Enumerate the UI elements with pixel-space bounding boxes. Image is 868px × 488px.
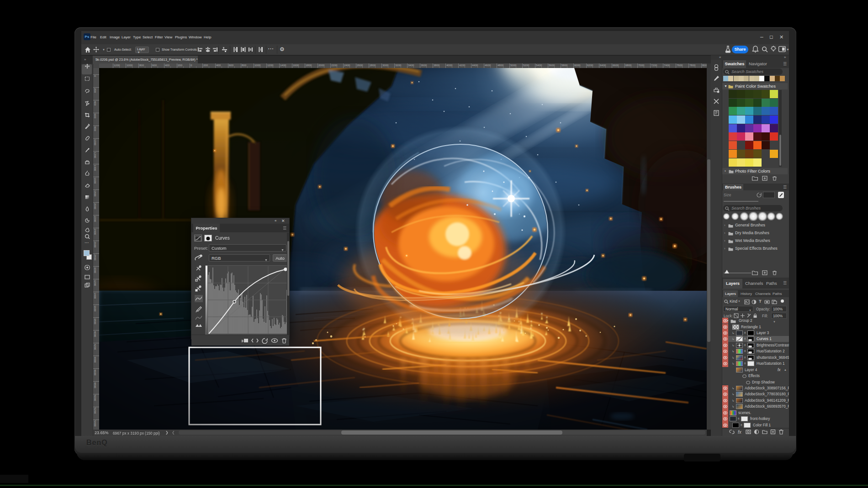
svg-text:fx: fx bbox=[738, 430, 742, 435]
